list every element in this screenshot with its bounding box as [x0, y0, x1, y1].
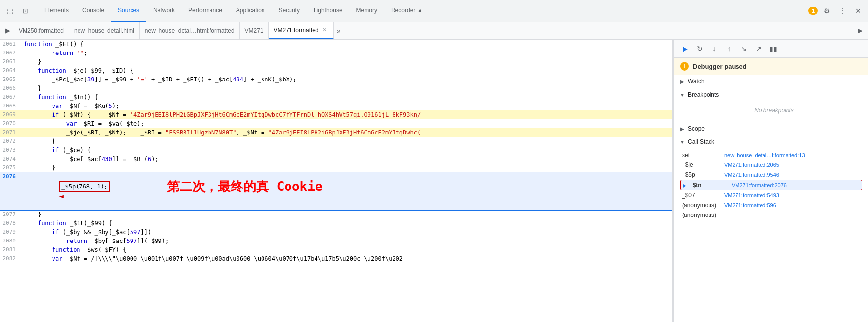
code-line-2082: 2082 var _$Nf = /[\\\\"\u0000-\u001f\u00… [0, 254, 672, 263]
line-code: _$5p(768, 1); ◄ [22, 172, 672, 210]
call-stack-section-header[interactable]: ▼ Call Stack [674, 135, 868, 148]
code-line-2061: 2061 function _$EI() { [0, 40, 672, 49]
call-stack-item-tn[interactable]: ▶ _$tn VM271:formatted:2076 [680, 180, 862, 190]
tab-performance[interactable]: Performance [182, 0, 229, 22]
call-stack-location[interactable]: VM271:formatted:596 [724, 202, 776, 208]
breakpoints-section-label: Breakpoints [688, 91, 719, 98]
file-tab-newhouseformatted[interactable]: new_house_detai…html:formatted [140, 22, 240, 39]
code-line-2068: 2068 var _$Nf = _$Ku(5); [0, 102, 672, 110]
line-code: function _$ws(_$FY) { [22, 245, 672, 254]
line-number: 2071 [0, 128, 22, 137]
code-line-2066: 2066 } [0, 84, 672, 93]
line-code: _$Pc[_$ac[39]] = _$99 + '=' + _$ID + _$E… [22, 75, 672, 84]
line-code: if (_$ce) { [22, 146, 672, 155]
settings-btn[interactable]: ⚙ [820, 4, 834, 18]
call-stack-item-set[interactable]: set new_house_detai…l:formatted:13 [680, 150, 862, 160]
call-stack-location[interactable]: VM271:formatted:5493 [724, 192, 779, 198]
call-stack-fn-name: (anonymous) [682, 212, 721, 218]
call-stack-chevron-icon: ▼ [679, 139, 685, 145]
scope-section: ▶ Scope [674, 122, 868, 135]
call-stack-location[interactable]: VM271:formatted:2076 [732, 182, 787, 188]
notification-badge[interactable]: 1 [808, 7, 818, 15]
code-line-2067: 2067 function _$tn() { [0, 93, 672, 102]
code-panel: 2061 function _$EI() { 2062 return ""; 2… [0, 40, 672, 322]
file-tab-vm271formatted[interactable]: VM271:formatted ✕ [269, 22, 334, 39]
line-code: function _$je(_$99, _$ID) { [22, 66, 672, 75]
debug-controls: ▶ ↻ ↓ ↑ ↘ ↗ ▮▮ [674, 40, 868, 58]
call-stack-fn-name: _$je [682, 161, 721, 168]
call-stack-item-07[interactable]: _$07 VM271:formatted:5493 [680, 190, 862, 200]
file-tab-close-btn[interactable]: ✕ [321, 27, 328, 34]
tab-lighthouse[interactable]: Lighthouse [307, 0, 349, 22]
watch-section-label: Watch [688, 78, 705, 85]
code-line-2079: 2079 if (_$by && _$by[_$ac[597]]) [0, 228, 672, 237]
step-out-btn[interactable]: ↑ [722, 42, 736, 55]
watch-section-header[interactable]: ▶ Watch [674, 75, 868, 88]
navigate-back-btn[interactable]: ▶ [2, 25, 14, 37]
tab-recorder[interactable]: Recorder ▲ [384, 0, 430, 22]
code-line-2070: 2070 var _$RI = _$va(_$te); [0, 119, 672, 128]
line-code: _$je(_$RI, _$Nf); _$RI = "FSSBBIl1UgzbN7… [22, 128, 672, 137]
step-over-btn[interactable]: ↻ [693, 42, 707, 55]
code-line-2077: 2077 } [0, 210, 672, 219]
call-stack-fn-name: _$07 [682, 192, 721, 199]
watch-section: ▶ Watch [674, 75, 868, 88]
call-stack-item-anon1[interactable]: (anonymous) VM271:formatted:596 [680, 200, 862, 210]
call-stack-location[interactable]: VM271:formatted:2065 [724, 162, 779, 168]
tab-console[interactable]: Console [76, 0, 111, 22]
call-stack-item-anon2[interactable]: (anonymous) [680, 210, 862, 220]
step-into-btn[interactable]: ↓ [708, 42, 721, 55]
code-line-2081: 2081 function _$ws(_$FY) { [0, 245, 672, 254]
line-code: var _$Nf = _$Ku(5); [22, 102, 672, 110]
more-options-btn[interactable]: ⋮ [836, 4, 849, 18]
line-code: } [22, 163, 672, 172]
call-stack-item-je[interactable]: _$je VM271:formatted:2065 [680, 160, 862, 170]
right-panel: ▶ ↻ ↓ ↑ ↘ ↗ ▮▮ i Debugger paused ▶ Watch… [674, 40, 868, 322]
device-toolbar-btn[interactable]: ⊡ [19, 4, 32, 18]
resume-btn[interactable]: ▶ [678, 42, 692, 55]
breakpoints-section: ▼ Breakpoints No breakpoints [674, 88, 868, 122]
line-number: 2069 [0, 110, 22, 119]
file-tab-vm271[interactable]: VM271 [240, 22, 269, 39]
line-number: 2066 [0, 84, 22, 93]
file-tab-newhouse[interactable]: new_house_detail.html [69, 22, 140, 39]
line-number: 2067 [0, 93, 22, 102]
line-code: } [22, 84, 672, 93]
line-number: 2068 [0, 102, 22, 110]
more-file-tabs-btn[interactable]: » [334, 22, 343, 39]
line-number: 2070 [0, 119, 22, 128]
line-number: 2063 [0, 57, 22, 66]
breakpoint-box: _$5p(768, 1); [59, 181, 110, 192]
scope-section-header[interactable]: ▶ Scope [674, 122, 868, 135]
tab-elements[interactable]: Elements [37, 0, 76, 22]
line-code: } [22, 57, 672, 66]
toolbar-right: 1 ⚙ ⋮ ✕ [808, 4, 865, 18]
close-devtools-btn[interactable]: ✕ [851, 4, 865, 18]
tab-memory[interactable]: Memory [349, 0, 384, 22]
line-number: 2064 [0, 66, 22, 75]
file-tab-label: VM250:formatted [19, 27, 64, 34]
tab-network[interactable]: Network [146, 0, 182, 22]
tab-security[interactable]: Security [272, 0, 307, 22]
file-tab-label: new_house_detail.html [74, 27, 134, 34]
pause-exceptions-btn[interactable]: ▮▮ [766, 42, 780, 55]
call-stack-fn-name: (anonymous) [682, 202, 721, 209]
navigate-to-file-btn[interactable]: ▶ [854, 25, 866, 37]
call-stack-fn-name: set [682, 152, 721, 159]
deactivate-breakpoints-btn[interactable]: ↗ [752, 42, 765, 55]
step-btn[interactable]: ↘ [737, 42, 751, 55]
line-code: function _$1t(_$99) { [22, 219, 672, 228]
line-number: 2074 [0, 155, 22, 163]
call-stack-item-5p[interactable]: _$5p VM271:formatted:9546 [680, 170, 862, 180]
code-content[interactable]: 2061 function _$EI() { 2062 return ""; 2… [0, 40, 672, 322]
code-line-2072: 2072 } [0, 137, 672, 146]
line-number: 2078 [0, 219, 22, 228]
file-tab-vm250formatted[interactable]: VM250:formatted [14, 22, 69, 39]
breakpoints-section-header[interactable]: ▼ Breakpoints [674, 88, 868, 101]
tab-application[interactable]: Application [229, 0, 272, 22]
call-stack-location[interactable]: VM271:formatted:9546 [724, 172, 779, 178]
tab-sources[interactable]: Sources [111, 0, 146, 22]
line-code: if (_$Nf) { _$Nf = "4Zar9jEEI8lPH2iGBpJX… [22, 110, 672, 119]
inspect-element-btn[interactable]: ⬚ [3, 4, 17, 18]
call-stack-location[interactable]: new_house_detai…l:formatted:13 [724, 152, 805, 158]
